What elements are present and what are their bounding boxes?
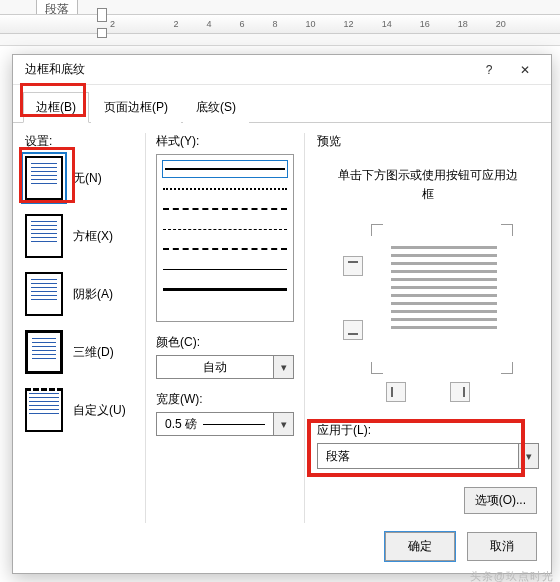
- shadow-icon: [25, 272, 63, 316]
- indent-marker-top[interactable]: [97, 8, 107, 22]
- custom-icon: [25, 388, 63, 432]
- color-value: 自动: [157, 356, 273, 378]
- setting-shadow-label: 阴影(A): [73, 286, 113, 303]
- titlebar: 边框和底纹 ? ✕: [13, 55, 551, 85]
- width-value: 0.5 磅: [157, 413, 273, 435]
- ruler-tick: 14: [382, 19, 392, 29]
- help-button[interactable]: ?: [471, 56, 507, 84]
- line-style-option[interactable]: [163, 181, 287, 197]
- ruler-tick: 18: [458, 19, 468, 29]
- border-right-button[interactable]: [450, 382, 470, 402]
- line-style-option[interactable]: [163, 201, 287, 217]
- setting-3d[interactable]: 三维(D): [25, 330, 145, 374]
- borders-shading-dialog: 边框和底纹 ? ✕ 边框(B) 页面边框(P) 底纹(S) 设置: 无(N): [12, 54, 552, 574]
- setting-none-label: 无(N): [73, 170, 102, 187]
- style-column: 样式(Y): 颜色(C): 自动 宽度(W): 0.5 磅: [145, 133, 305, 523]
- ruler-tick: 8: [273, 19, 278, 29]
- width-combo[interactable]: 0.5 磅: [156, 412, 294, 436]
- setting-none[interactable]: 无(N): [25, 156, 145, 200]
- ruler-tick: 6: [240, 19, 245, 29]
- line-style-option[interactable]: [163, 261, 287, 277]
- apply-to-combo[interactable]: 段落: [317, 443, 539, 469]
- line-style-option[interactable]: [163, 241, 287, 257]
- ruler-tick: 4: [207, 19, 212, 29]
- color-combo[interactable]: 自动: [156, 355, 294, 379]
- dialog-button-bar: 确定 取消: [385, 532, 537, 561]
- border-bottom-button[interactable]: [343, 320, 363, 340]
- corner-marker: [371, 362, 383, 374]
- none-icon: [25, 156, 63, 200]
- tab-strip: 边框(B) 页面边框(P) 底纹(S): [13, 85, 551, 123]
- apply-to-value: 段落: [318, 444, 518, 468]
- tab-page-border[interactable]: 页面边框(P): [91, 92, 181, 123]
- box-icon: [25, 214, 63, 258]
- settings-label: 设置:: [25, 133, 145, 150]
- options-button[interactable]: 选项(O)...: [464, 487, 537, 514]
- tab-shading[interactable]: 底纹(S): [183, 92, 249, 123]
- threeD-icon: [25, 330, 63, 374]
- line-style-option[interactable]: [163, 221, 287, 237]
- horizontal-ruler[interactable]: 2 2 4 6 8 10 12 14 16 18 20: [0, 14, 560, 34]
- line-style-list[interactable]: [156, 154, 294, 322]
- ok-button[interactable]: 确定: [385, 532, 455, 561]
- preview-diagram: [343, 224, 513, 374]
- chevron-down-icon[interactable]: [273, 413, 293, 435]
- style-label: 样式(Y):: [156, 133, 294, 150]
- ruler-tick: 10: [306, 19, 316, 29]
- tab-border[interactable]: 边框(B): [23, 92, 89, 123]
- preview-paragraph-icon: [391, 246, 497, 329]
- ruler-area: 段落 2 2 4 6 8 10 12 14 16 18 20: [0, 0, 560, 46]
- color-label: 颜色(C):: [156, 334, 294, 351]
- chevron-down-icon[interactable]: [273, 356, 293, 378]
- cancel-button[interactable]: 取消: [467, 532, 537, 561]
- ruler-tick: 20: [496, 19, 506, 29]
- settings-column: 设置: 无(N) 方框(X): [25, 133, 145, 523]
- ruler-tick: 2: [174, 19, 179, 29]
- corner-marker: [371, 224, 383, 236]
- ruler-tick: [143, 19, 146, 29]
- setting-box-label: 方框(X): [73, 228, 113, 245]
- setting-shadow[interactable]: 阴影(A): [25, 272, 145, 316]
- chevron-down-icon[interactable]: [518, 444, 538, 468]
- setting-custom[interactable]: 自定义(U): [25, 388, 145, 432]
- preview-column: 预览 单击下方图示或使用按钮可应用边框 应用于(L): 段: [305, 133, 539, 523]
- ruler-tick: 2: [110, 19, 115, 29]
- border-left-button[interactable]: [386, 382, 406, 402]
- line-style-option[interactable]: [163, 281, 287, 297]
- ruler-tick: 16: [420, 19, 430, 29]
- width-label: 宽度(W):: [156, 391, 294, 408]
- watermark-text: 头条@玖点时光: [470, 569, 554, 582]
- line-style-option[interactable]: [163, 161, 287, 177]
- close-button[interactable]: ✕: [507, 56, 543, 84]
- border-top-button[interactable]: [343, 256, 363, 276]
- preview-hint: 单击下方图示或使用按钮可应用边框: [317, 154, 539, 216]
- indent-marker-bottom[interactable]: [97, 28, 107, 38]
- preview-label: 预览: [317, 133, 539, 150]
- dialog-title: 边框和底纹: [25, 61, 471, 78]
- ruler-tick: 12: [344, 19, 354, 29]
- setting-3d-label: 三维(D): [73, 344, 114, 361]
- corner-marker: [501, 362, 513, 374]
- corner-marker: [501, 224, 513, 236]
- setting-custom-label: 自定义(U): [73, 402, 126, 419]
- apply-to-label: 应用于(L):: [317, 422, 539, 439]
- setting-box[interactable]: 方框(X): [25, 214, 145, 258]
